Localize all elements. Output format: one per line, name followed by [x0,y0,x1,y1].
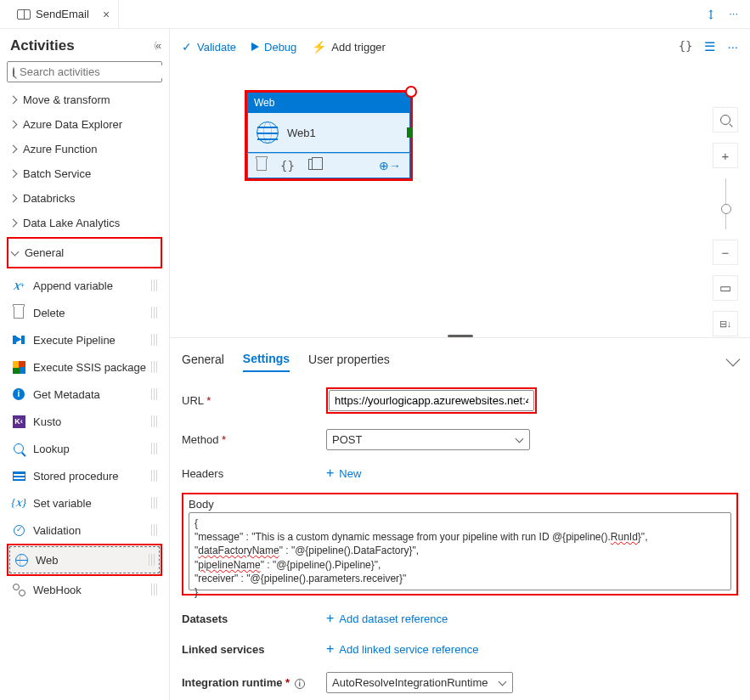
integration-runtime-label: Integration runtime * i [182,676,318,689]
activity-webhook[interactable]: WebHook [7,576,162,603]
delete-node-icon[interactable] [257,159,267,171]
close-icon[interactable]: × [103,8,110,21]
node-toolbar: {} ⊕→ [247,153,410,178]
zoom-in-icon[interactable]: + [713,143,738,168]
more-icon[interactable]: ··· [729,7,738,22]
body-label: Body [189,498,731,511]
activity-stored-procedure[interactable]: Stored procedure [7,462,162,489]
canvas-search-icon[interactable] [713,107,738,133]
add-dataset-button[interactable]: +Add dataset reference [326,611,448,626]
canvas-zoom-tools: + − ▭ ⊟↓ [713,107,738,347]
linked-services-label: Linked services [182,643,318,656]
autolayout-icon[interactable]: ⊟↓ [713,311,738,336]
search-icon [13,67,14,77]
activity-kusto[interactable]: K‹Kusto [7,408,162,435]
activity-get-metadata[interactable]: iGet Metadata [7,381,162,408]
cat-batch-service[interactable]: Batch Service [7,161,162,186]
cat-data-lake[interactable]: Data Lake Analytics [7,211,162,235]
toolbar-more-icon[interactable]: ··· [727,39,738,54]
tab-settings[interactable]: Settings [243,347,290,372]
body-textarea[interactable]: {"message" : "This is a custom dynamic m… [189,512,731,590]
activity-append-variable[interactable]: 𝑥+Append variable [7,272,162,299]
node-header: Web [247,93,410,113]
fit-icon[interactable]: ▭ [713,275,738,301]
sidebar-title: Activities [10,37,75,54]
debug-button[interactable]: Debug [251,41,296,54]
validate-button[interactable]: ✓Validate [182,40,236,54]
copy-node-icon[interactable] [308,159,318,170]
cat-azure-function[interactable]: Azure Function [7,137,162,161]
activity-set-variable[interactable]: {𝑥}Set variable [7,489,162,517]
zoom-slider[interactable] [725,178,726,229]
node-code-icon[interactable]: {} [280,159,295,172]
activity-execute-pipeline[interactable]: Execute Pipeline [7,326,162,353]
cat-move-transform[interactable]: Move & transform [7,88,162,112]
activity-validation[interactable]: Validation [7,517,162,544]
integration-runtime-select[interactable]: AutoResolveIntegrationRuntime [326,672,513,693]
cat-databricks[interactable]: Databricks [7,186,162,211]
cat-general[interactable]: General [8,240,161,265]
web-activity-node[interactable]: Web Web1 {} ⊕→ [245,90,413,181]
info-icon[interactable]: i [295,679,305,689]
activity-execute-ssis[interactable]: Execute SSIS package [7,353,162,381]
tab-user-properties[interactable]: User properties [308,347,390,371]
search-input-wrap[interactable] [7,61,162,82]
zoom-out-icon[interactable]: − [713,240,738,265]
activities-sidebar: Activities 〈 « Move & transform Azure Da… [0,29,170,700]
tab-bar: SendEmail × ⤢ ··· [0,0,750,29]
properties-panel: General Settings User properties URL * M… [170,337,750,700]
expand-icon[interactable]: ⤢ [702,5,721,24]
activity-lookup[interactable]: Lookup [7,435,162,462]
activity-delete[interactable]: Delete [7,299,162,326]
node-arrow-icon[interactable]: ⊕→ [379,159,401,172]
pipeline-icon [17,9,31,20]
add-linked-service-button[interactable]: +Add linked service reference [326,641,478,657]
url-input[interactable] [329,390,534,411]
tab-title: SendEmail [36,8,89,20]
activity-web[interactable]: Web [9,546,160,573]
headers-label: Headers [182,467,318,480]
pipeline-canvas[interactable]: Web Web1 {} ⊕→ + − ▭ [170,65,750,335]
body-section: Body {"message" : "This is a custom dyna… [182,493,738,596]
add-trigger-button[interactable]: ⚡Add trigger [312,40,386,54]
node-output-handle[interactable] [407,127,413,138]
cat-azure-data-explorer[interactable]: Azure Data Explorer [7,112,162,137]
url-label: URL * [182,394,318,407]
datasets-label: Datasets [182,612,318,625]
collapse-icon[interactable]: 〈 « [148,39,159,54]
search-input[interactable] [14,65,162,78]
pipeline-tab[interactable]: SendEmail × [8,0,119,28]
globe-icon [257,121,279,144]
params-icon[interactable]: ☰ [704,39,715,54]
canvas-toolbar: ✓Validate Debug ⚡Add trigger {} ☰ ··· [170,29,750,65]
add-header-button[interactable]: +New [326,466,361,481]
tab-general[interactable]: General [182,347,224,371]
method-label: Method * [182,433,318,446]
code-icon[interactable]: {} [679,39,693,54]
panel-collapse-icon[interactable] [726,353,741,367]
node-name: Web1 [287,127,316,139]
method-select[interactable]: POST [326,429,530,450]
